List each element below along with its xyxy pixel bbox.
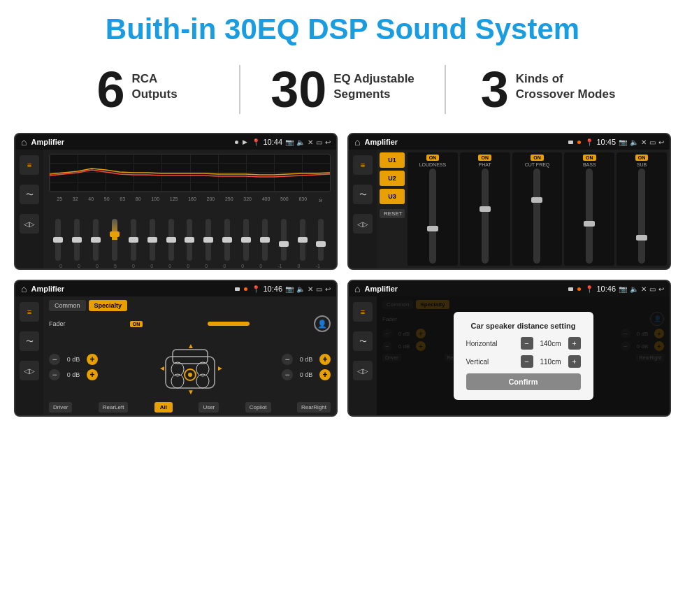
freq-80: 80 xyxy=(136,196,141,204)
sidebar-eq-btn-4[interactable]: ≡ xyxy=(353,302,373,322)
freq-40: 40 xyxy=(88,196,94,204)
copilot-btn[interactable]: Copilot xyxy=(245,402,271,413)
location-icon-3: 📍 xyxy=(252,285,260,293)
db-minus-tr[interactable]: − xyxy=(282,354,293,365)
freq-32: 32 xyxy=(73,196,78,204)
bass-slider[interactable] xyxy=(586,169,593,264)
home-icon-1[interactable]: ⌂ xyxy=(21,136,27,148)
stat-label-cross-2: Crossover Modes xyxy=(516,87,616,102)
cutfreq-toggle[interactable]: ON xyxy=(531,155,544,161)
bass-toggle[interactable]: ON xyxy=(583,155,596,161)
home-icon-2[interactable]: ⌂ xyxy=(354,136,360,148)
eq-main-content: 25 32 40 50 63 80 100 125 160 200 250 32… xyxy=(43,150,336,268)
phat-toggle[interactable]: ON xyxy=(478,155,491,161)
eq-slider-5 xyxy=(131,219,136,261)
cutfreq-slider[interactable] xyxy=(533,169,540,264)
spec-main: − 0 dB + − 0 dB + xyxy=(49,336,331,399)
back-icon-3[interactable]: ↩ xyxy=(325,285,331,293)
dialog-vertical-plus[interactable]: + xyxy=(568,355,581,368)
status-dot-1 xyxy=(235,141,238,144)
left-sidebar-1: ≡ 〜 ◁▷ xyxy=(15,150,43,268)
x-icon-1: ✕ xyxy=(308,138,313,146)
sidebar-vol-btn-3[interactable]: ◁▷ xyxy=(20,361,39,380)
sub-toggle[interactable]: ON xyxy=(635,155,649,161)
phat-slider[interactable] xyxy=(482,169,489,264)
sidebar-wave-btn-2[interactable]: 〜 xyxy=(353,185,373,204)
db-minus-br[interactable]: − xyxy=(282,369,293,380)
user-icon: 👤 xyxy=(314,315,331,332)
tab-common[interactable]: Common xyxy=(49,300,86,311)
fader-track[interactable] xyxy=(208,322,250,326)
amp2-reset-btn[interactable]: RESET xyxy=(380,209,405,218)
location-icon-1: 📍 xyxy=(252,138,260,146)
sidebar-eq-btn[interactable]: ≡ xyxy=(20,155,39,175)
db-plus-bl[interactable]: + xyxy=(87,369,98,380)
dialog-horizontal-plus[interactable]: + xyxy=(568,337,581,350)
db-plus-tl[interactable]: + xyxy=(87,354,98,365)
loudness-slider[interactable] xyxy=(429,169,436,264)
freq-50: 50 xyxy=(104,196,110,204)
status-bar-1: ⌂ Amplifier ▶ 📍 10:44 📷 🔈 ✕ ▭ ↩ xyxy=(15,134,336,150)
location-icon-4: 📍 xyxy=(585,285,593,293)
loudness-toggle[interactable]: ON xyxy=(426,155,440,161)
home-icon-3[interactable]: ⌂ xyxy=(21,283,27,294)
eq-bottom-bar: ◄ Custom ► RESET U1 U2 U3 xyxy=(49,268,331,270)
db-plus-tr[interactable]: + xyxy=(319,354,331,365)
eq-slider-7 xyxy=(168,219,174,261)
screen-body-4: ≡ 〜 ◁▷ Common Specialty Fader xyxy=(349,296,670,415)
back-icon-2[interactable]: ↩ xyxy=(658,138,664,146)
status-sq-3 xyxy=(235,287,240,291)
stats-row: 6 RCA Outputs 30 EQ Adjustable Segments … xyxy=(0,53,685,126)
sub-slider[interactable] xyxy=(638,169,645,264)
tab-specialty[interactable]: Specialty xyxy=(89,300,128,311)
spec-top-row: Fader ON 👤 xyxy=(49,315,331,332)
db-plus-br[interactable]: + xyxy=(319,369,331,380)
dialog-horizontal-minus[interactable]: − xyxy=(521,337,533,350)
status-dot-2 xyxy=(577,141,581,144)
sidebar-wave-btn-3[interactable]: 〜 xyxy=(20,331,39,351)
stat-number-6: 6 xyxy=(96,64,124,115)
stat-label-eq-2: Segments xyxy=(333,87,414,102)
rearleft-btn[interactable]: RearLeft xyxy=(99,402,129,413)
driver-btn[interactable]: Driver xyxy=(49,402,72,413)
status-icons-3: 📍 10:46 📷 🔈 ✕ ▭ ↩ xyxy=(252,285,331,293)
sidebar-vol-btn[interactable]: ◁▷ xyxy=(20,214,39,234)
status-time-4: 10:46 xyxy=(596,285,616,293)
preset-u2[interactable]: U2 xyxy=(380,171,405,186)
sidebar-vol-btn-4[interactable]: ◁▷ xyxy=(353,361,373,380)
confirm-button[interactable]: Confirm xyxy=(466,373,581,390)
dialog-vertical-minus[interactable]: − xyxy=(521,355,533,368)
db-minus-tl[interactable]: − xyxy=(49,354,60,365)
dialog-horizontal-stepper: − 140cm + xyxy=(521,337,581,350)
all-btn[interactable]: All xyxy=(154,402,173,413)
status-icons-2: 📍 10:45 📷 🔈 ✕ ▭ ↩ xyxy=(585,138,664,146)
freq-250: 250 xyxy=(225,196,233,204)
left-sidebar-3: ≡ 〜 ◁▷ xyxy=(15,296,43,415)
status-dot-3 xyxy=(244,287,247,291)
eq-slider-4[interactable] xyxy=(112,219,117,261)
status-time-2: 10:45 xyxy=(596,138,616,146)
channel-bass: ON BASS xyxy=(564,152,614,266)
back-icon-4[interactable]: ↩ xyxy=(658,285,664,293)
sidebar-vol-btn-2[interactable]: ◁▷ xyxy=(353,214,373,234)
rearright-btn[interactable]: RearRight xyxy=(297,402,331,413)
home-icon-4[interactable]: ⌂ xyxy=(354,283,360,294)
sidebar-eq-btn-3[interactable]: ≡ xyxy=(20,302,39,322)
back-icon-1[interactable]: ↩ xyxy=(325,138,331,146)
sidebar-eq-btn-2[interactable]: ≡ xyxy=(353,155,373,175)
preset-u3[interactable]: U3 xyxy=(380,189,405,204)
sidebar-wave-btn[interactable]: 〜 xyxy=(20,185,39,204)
screen-body-1: ≡ 〜 ◁▷ xyxy=(15,150,336,268)
stat-label-rca-2: Outputs xyxy=(131,87,177,102)
screen-body-3: ≡ 〜 ◁▷ Common Specialty Fader ON xyxy=(15,296,336,415)
volume-icon-3: 🔈 xyxy=(296,285,305,293)
db-minus-bl[interactable]: − xyxy=(49,369,60,380)
page-title: Buith-in 30EQ DSP Sound System xyxy=(7,13,678,46)
freq-200: 200 xyxy=(207,196,215,204)
eq-graph xyxy=(49,154,331,192)
fader-toggle[interactable]: ON xyxy=(130,321,143,327)
freq-500: 500 xyxy=(280,196,289,204)
sidebar-wave-btn-4[interactable]: 〜 xyxy=(353,331,373,351)
preset-u1[interactable]: U1 xyxy=(380,152,405,168)
user-btn[interactable]: User xyxy=(199,402,219,413)
